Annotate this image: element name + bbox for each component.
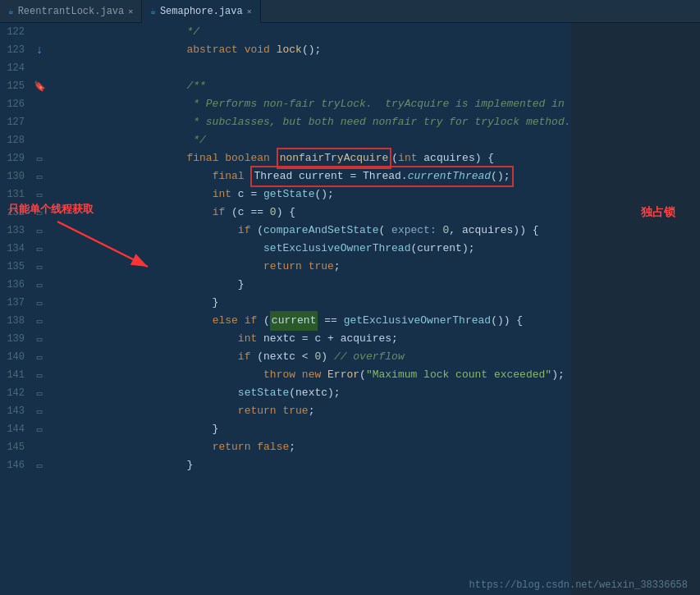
line-icon-129: ▭ — [31, 153, 48, 164]
line-num-135: 135 — [0, 261, 31, 272]
line-num-146: 146 — [0, 460, 31, 471]
code-138-if: if — [245, 312, 263, 330]
code-127-text: * subclasses, but both need nonfair try … — [135, 113, 571, 131]
code-line-142: setState (nextc); — [135, 384, 571, 402]
code-content: */ abstract void lock (); /** * Perform — [127, 23, 571, 595]
tab-semaphore[interactable]: ☕ Semaphore.java ✕ — [142, 0, 260, 23]
code-133-expect-label: expect: — [391, 222, 437, 240]
gutter-row-143: 143 ▭ — [0, 402, 127, 420]
gutter-row-141: 141 ▭ — [0, 366, 127, 384]
code-146-text: } — [135, 456, 193, 474]
code-140-indent — [135, 348, 238, 366]
close-tab-reentrantlock[interactable]: ✕ — [128, 7, 133, 16]
code-140-zero: 0 — [314, 348, 321, 366]
code-138-current-highlight: current — [270, 311, 318, 331]
code-line-130: final Thread current = Thread.currentThr… — [135, 167, 571, 185]
gutter-row-138: 138 ▭ — [0, 312, 127, 330]
code-129-indent — [135, 149, 186, 167]
code-131-indent — [135, 185, 213, 204]
code-141-throw: throw — [263, 366, 302, 384]
gutter-row-137: 137 ▭ — [0, 294, 127, 312]
code-line-125: /** — [135, 77, 571, 95]
code-138-getExclusive: getExclusiveOwnerThread — [344, 312, 491, 330]
code-line-132: if (c == 0 ) { — [135, 204, 571, 222]
annotation-right: 独占锁 — [641, 205, 675, 220]
code-133-indent — [135, 222, 238, 240]
line-num-142: 142 — [0, 387, 31, 399]
line-icon-134: ▭ — [31, 244, 48, 254]
line-num-134: 134 — [0, 243, 31, 254]
line-num-127: 127 — [0, 117, 31, 128]
code-138-close: ()) { — [491, 312, 523, 330]
code-129-acquires: acquires) { — [423, 149, 494, 167]
code-135-return: return — [263, 258, 309, 276]
line-num-133: 133 — [0, 225, 31, 236]
code-142-setState: setState — [238, 384, 289, 402]
code-137-text: } — [135, 294, 218, 312]
code-131-rest: (); — [314, 185, 333, 204]
line-num-137: 137 — [0, 297, 31, 309]
gutter-row-128: 128 — [0, 131, 127, 149]
line-num-130: 130 — [0, 171, 31, 182]
code-line-144: } — [135, 420, 571, 438]
code-142-indent — [135, 384, 238, 402]
line-icon-146: ▭ — [31, 460, 48, 471]
line-num-131: 131 — [0, 189, 31, 200]
code-123-paren: (); — [302, 41, 321, 59]
code-line-123: abstract void lock (); — [135, 41, 571, 59]
tab-bar: ☕ ReentrantLock.java ✕ ☕ Semaphore.java … — [0, 0, 700, 23]
code-line-145: return false ; — [135, 438, 571, 456]
code-142-arg: (nextc); — [289, 384, 340, 402]
code-123-void: void — [245, 41, 277, 59]
code-132-indent — [135, 204, 213, 222]
code-122-text: */ — [135, 23, 199, 41]
annotation-left: 只能单个线程获取 — [8, 202, 94, 217]
close-tab-semaphore[interactable]: ✕ — [247, 7, 252, 16]
line-num-139: 139 — [0, 333, 31, 345]
line-icon-136: ▭ — [31, 280, 48, 291]
line-num-136: 136 — [0, 279, 31, 291]
code-130-final: final — [213, 167, 251, 185]
footer-url: https://blog.csdn.net/weixin_38336658 — [469, 579, 688, 591]
code-140-if: if — [238, 348, 257, 366]
code-133-if: if — [238, 222, 257, 240]
line-icon-130: ▭ — [31, 172, 48, 182]
tab-reentrantlock[interactable]: ☕ ReentrantLock.java ✕ — [0, 0, 142, 23]
line-num-122: 122 — [0, 26, 31, 38]
line-icon-144: ▭ — [31, 424, 48, 435]
code-line-131: int c = getState (); — [135, 185, 571, 204]
code-133-comma: , acquires)) { — [449, 222, 538, 240]
code-line-137: } — [135, 294, 571, 312]
code-134-setExclusive: setExclusiveOwnerThread — [263, 240, 410, 258]
gutter-row-125: 125 🔖 — [0, 77, 127, 95]
code-141-str: "Maximum lock count exceeded" — [366, 366, 551, 384]
code-129-boolean: boolean — [225, 149, 276, 167]
code-129-int: int — [398, 149, 423, 167]
line-num-124: 124 — [0, 62, 31, 74]
code-139-indent — [135, 330, 238, 348]
line-icon-133: ▭ — [31, 226, 48, 236]
gutter-row-135: 135 ▭ — [0, 258, 127, 276]
line-num-141: 141 — [0, 369, 31, 381]
code-line-127: * subclasses, but both need nonfair try … — [135, 113, 571, 131]
code-133-zero — [437, 222, 443, 240]
code-145-false: false — [257, 438, 289, 456]
line-num-143: 143 — [0, 405, 31, 417]
code-133-paren: ( — [257, 222, 263, 240]
gutter-row-126: 126 — [0, 95, 127, 113]
code-125-text: /** — [135, 77, 206, 95]
code-129-final: final — [186, 149, 225, 167]
code-138-paren: ( — [263, 312, 270, 330]
gutter-row-134: 134 ▭ — [0, 240, 127, 258]
code-line-122: */ — [135, 23, 571, 41]
code-131-int: int — [213, 185, 238, 204]
line-num-125: 125 — [0, 80, 31, 92]
code-line-134: setExclusiveOwnerThread (current); — [135, 240, 571, 258]
line-num-123: 123 — [0, 44, 31, 56]
code-123-abstract: abstract — [186, 41, 244, 59]
code-line-140: if (nextc < 0 ) // overflow — [135, 348, 571, 366]
gutter-row-131: 131 ▭ — [0, 185, 127, 204]
code-141-paren: ( — [359, 366, 366, 384]
code-141-indent — [135, 366, 263, 384]
line-icon-141: ▭ — [31, 370, 48, 381]
